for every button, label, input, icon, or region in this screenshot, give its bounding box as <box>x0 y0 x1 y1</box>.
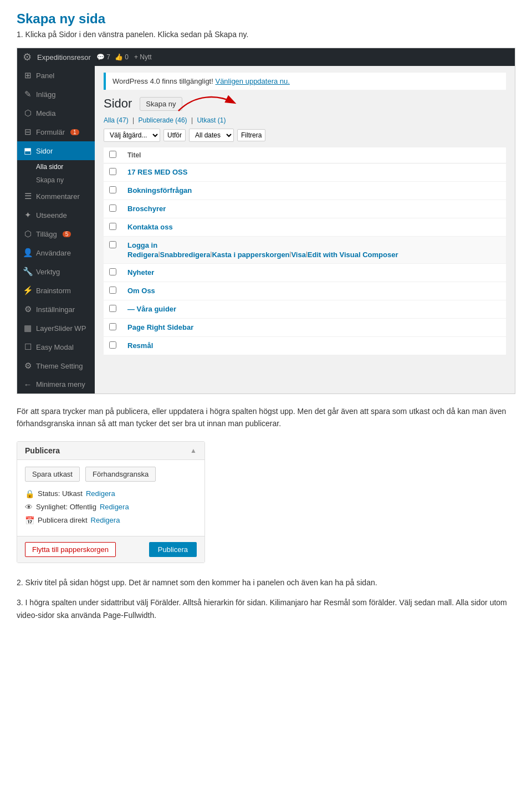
utfor-button[interactable]: Utför <box>163 129 186 141</box>
minimera-icon: ← <box>23 380 33 389</box>
sidebar-label-panel: Panel <box>36 71 54 80</box>
row-checkbox[interactable] <box>109 205 116 212</box>
sidebar-label-utseende: Utseende <box>36 211 67 219</box>
sidebar-item-minimera[interactable]: ← Minimera meny <box>17 375 95 394</box>
row-checkbox[interactable] <box>109 186 116 193</box>
sidebar-item-themesetting[interactable]: ⚙ Theme Setting <box>17 356 95 375</box>
sidebar-label-anvandare: Användare <box>36 249 71 257</box>
tillagg-badge: 5 <box>63 231 71 237</box>
sidebar-subitem-alla-sidor[interactable]: Alla sidor <box>17 160 95 173</box>
page-link[interactable]: 17 RES MED OSS <box>127 168 187 176</box>
formular-badge: 1 <box>70 129 79 135</box>
pages-filters: Alla (47) | Publicerade (46) | Utkast (1… <box>104 116 506 124</box>
select-all-checkbox[interactable] <box>109 151 116 158</box>
sidebar-item-verktyg[interactable]: 🔧 Verktyg <box>17 262 95 281</box>
status-row: 🔒 Status: Utkast Redigera <box>25 489 197 498</box>
page-link[interactable]: Resmål <box>127 341 153 350</box>
sidebar-item-tillagg[interactable]: ⬡ Tillägg 5 <box>17 224 95 243</box>
visual-composer-link[interactable]: Edit with Visual Composer <box>308 251 398 259</box>
sidebar-item-inlagg[interactable]: ✎ Inlägg <box>17 85 95 104</box>
synlighet-redigera-link[interactable]: Redigera <box>100 503 129 511</box>
sidebar-item-anvandare[interactable]: 👤 Användare <box>17 243 95 262</box>
row-checkbox[interactable] <box>109 287 116 294</box>
row-checkbox[interactable] <box>109 241 116 248</box>
page-link[interactable]: Page Right Sidebar <box>127 323 193 331</box>
sidebar-item-installningar[interactable]: ⚙ Inställningar <box>17 300 95 319</box>
table-row: Kontakta oss <box>104 218 506 237</box>
row-checkbox[interactable] <box>109 268 116 275</box>
sidebar-label-tillagg: Tillägg <box>36 230 57 238</box>
table-row: — Våra guider <box>104 300 506 319</box>
filtrera-button[interactable]: Filtrera <box>237 129 265 141</box>
row-checkbox[interactable] <box>109 223 116 230</box>
row-checkbox[interactable] <box>109 168 116 175</box>
publicera-header: Publicera ▲ <box>17 442 204 460</box>
visa-link[interactable]: Visa <box>291 251 306 259</box>
page-title-cell: Logga in Redigera | Snabbredigera | Kast… <box>122 237 506 264</box>
themesetting-icon: ⚙ <box>23 361 33 371</box>
anvandare-icon: 👤 <box>23 248 33 258</box>
page-link[interactable]: Nyheter <box>127 268 154 277</box>
page-link[interactable]: — Våra guider <box>127 305 176 313</box>
row-checkbox[interactable] <box>109 305 116 312</box>
page-link[interactable]: Kontakta oss <box>127 223 173 231</box>
sidebar-subitem-skapa-ny[interactable]: Skapa ny <box>17 173 95 187</box>
pub-btn-row: Spara utkast Förhandsgranska <box>25 467 197 482</box>
page-link[interactable]: Bokningsförfrågan <box>127 186 192 195</box>
page-link[interactable]: Om Oss <box>127 287 155 295</box>
wp-screenshot: ⚙ Expeditionsresor 💬 7 👍 0 + Nytt ⊞ Pane… <box>17 48 515 394</box>
sidebar-item-kommentarer[interactable]: ☰ Kommentarer <box>17 187 95 206</box>
arrow-indicator <box>173 89 239 116</box>
filter-publicerade[interactable]: Publicerade (46) <box>139 116 187 124</box>
filter-separator2: | <box>191 116 193 124</box>
snabbredigera-link[interactable]: Snabbredigera <box>160 251 211 259</box>
update-link[interactable]: Vänligen uppdatera nu. <box>215 77 289 85</box>
kasta-link[interactable]: Kasta i papperskorgen <box>212 251 289 259</box>
sidor-icon: ⬒ <box>23 146 33 156</box>
media-icon: ⬡ <box>23 108 33 118</box>
date-select[interactable]: All dates <box>189 129 234 142</box>
sidebar-item-formular[interactable]: ⊟ Formulär 1 <box>17 122 95 141</box>
filter-utkast[interactable]: Utkast (1) <box>197 116 226 124</box>
publiceradirekt-row: 📅 Publicera direkt Redigera <box>25 516 197 525</box>
filter-alla[interactable]: Alla (47) <box>104 116 129 124</box>
sidebar-item-panel[interactable]: ⊞ Panel <box>17 66 95 85</box>
sidebar-item-utseende[interactable]: ✦ Utseende <box>17 206 95 224</box>
sidebar-item-media[interactable]: ⬡ Media <box>17 104 95 122</box>
page-title-cell: Resmål <box>122 337 506 355</box>
publiceradirekt-text: Publicera direkt <box>38 516 88 524</box>
row-checkbox[interactable] <box>109 323 116 330</box>
redigera-link[interactable]: Redigera <box>127 251 158 259</box>
sidebar: ⊞ Panel ✎ Inlägg ⬡ Media ⊟ Formulär 1 <box>17 66 95 394</box>
status-icon: 🔒 <box>25 489 34 498</box>
pages-header: Sidor Skapa ny <box>104 96 506 111</box>
page-link[interactable]: Broschyrer <box>127 205 166 213</box>
new-button[interactable]: + Nytt <box>134 53 152 61</box>
sidebar-item-easymodal[interactable]: ☐ Easy Modal <box>17 338 95 356</box>
inlagg-icon: ✎ <box>23 89 33 99</box>
verktyg-icon: 🔧 <box>23 267 33 277</box>
table-row: Broschyrer <box>104 200 506 218</box>
skapa-ny-label: Skapa ny <box>36 176 64 184</box>
row-actions: Redigera | Snabbredigera | Kasta i pappe… <box>127 251 500 259</box>
table-row: 17 RES MED OSS <box>104 163 506 182</box>
publiceradirekt-redigera-link[interactable]: Redigera <box>91 516 120 524</box>
action-select[interactable]: Välj åtgärd... <box>104 129 160 142</box>
publicera-button[interactable]: Publicera <box>149 542 197 557</box>
collapse-icon[interactable]: ▲ <box>190 447 197 454</box>
page-title-cell: Nyheter <box>122 264 506 282</box>
status-redigera-link[interactable]: Redigera <box>86 489 115 498</box>
spara-utkast-button[interactable]: Spara utkast <box>25 467 80 482</box>
admin-bar-icons: 💬 7 👍 0 <box>96 53 129 61</box>
step3-text: 3. I högra spalten under sidattribut väl… <box>17 596 515 621</box>
like-icon: 👍 0 <box>115 53 129 61</box>
sidebar-item-layerslider[interactable]: ▦ LayerSlider WP <box>17 319 95 338</box>
sidebar-item-sidor[interactable]: ⬒ Sidor <box>17 141 95 160</box>
forhandsgranska-button[interactable]: Förhandsgranska <box>85 467 156 482</box>
sidebar-label-sidor: Sidor <box>36 147 53 155</box>
sidebar-item-brainstorm[interactable]: ⚡ Brainstorm <box>17 281 95 300</box>
admin-bar: ⚙ Expeditionsresor 💬 7 👍 0 + Nytt <box>17 48 515 66</box>
row-checkbox[interactable] <box>109 341 116 349</box>
flytta-button[interactable]: Flytta till papperskorgen <box>25 542 116 557</box>
page-link[interactable]: Logga in <box>127 241 157 249</box>
